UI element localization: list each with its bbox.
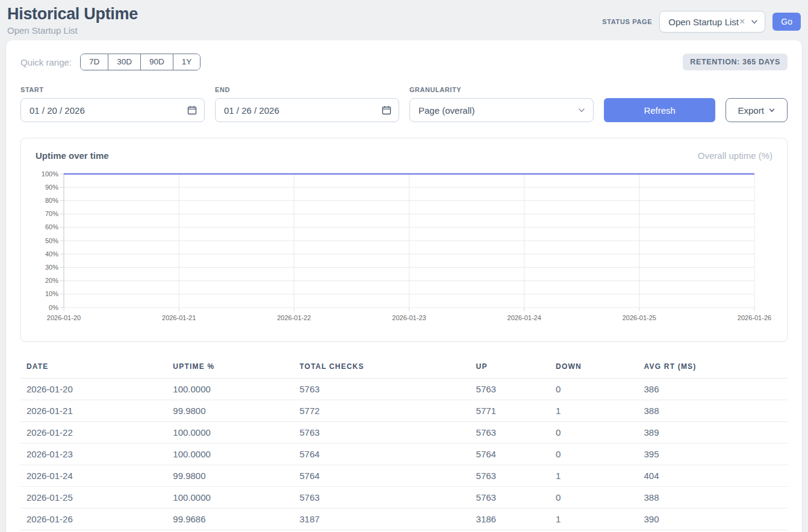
svg-text:80%: 80% bbox=[45, 197, 58, 204]
table-row: 2026-01-2499.9800576457631404 bbox=[20, 465, 788, 487]
page-title: Historical Uptime bbox=[7, 5, 138, 23]
start-date-value: 01 / 20 / 2026 bbox=[30, 105, 187, 116]
table-cell: 5772 bbox=[294, 400, 470, 422]
table-cell: 389 bbox=[638, 422, 788, 444]
svg-text:40%: 40% bbox=[45, 250, 58, 258]
table-cell: 99.9686 bbox=[167, 509, 293, 530]
export-button-label: Export bbox=[738, 105, 764, 116]
calendar-icon[interactable] bbox=[382, 105, 391, 115]
start-date-field: START 01 / 20 / 2026 bbox=[20, 86, 205, 122]
column-header: UPTIME % bbox=[167, 356, 293, 379]
column-header: DATE bbox=[20, 356, 167, 379]
column-header: DOWN bbox=[550, 356, 638, 379]
end-date-field: END 01 / 26 / 2026 bbox=[215, 86, 399, 122]
table-row: 2026-01-25100.0000576357630388 bbox=[20, 487, 788, 509]
chart-header: Uptime over time Overall uptime (%) bbox=[21, 138, 787, 169]
retention-badge: RETENTION: 365 DAYS bbox=[683, 54, 788, 70]
svg-text:2026-01-22: 2026-01-22 bbox=[277, 314, 311, 321]
end-date-input[interactable]: 01 / 26 / 2026 bbox=[215, 98, 399, 122]
chart-body: 0%10%20%30%40%50%60%70%80%90%100%2026-01… bbox=[21, 169, 787, 341]
table-cell: 1 bbox=[550, 465, 638, 487]
quick-range-1y-button[interactable]: 1Y bbox=[173, 54, 200, 70]
title-block: Historical Uptime Open Startup List bbox=[7, 5, 138, 36]
header-controls: STATUS PAGE Open Startup List × Go bbox=[602, 11, 801, 32]
table-cell: 404 bbox=[638, 465, 788, 487]
svg-text:2026-01-23: 2026-01-23 bbox=[392, 314, 426, 321]
end-date-value: 01 / 26 / 2026 bbox=[224, 105, 382, 116]
table-cell: 3187 bbox=[294, 509, 470, 530]
quick-range-30d-button[interactable]: 30D bbox=[108, 54, 140, 70]
table-cell: 390 bbox=[638, 509, 788, 530]
table-cell: 0 bbox=[550, 379, 638, 400]
table-row: 2026-01-2199.9800577257711388 bbox=[20, 400, 788, 422]
column-header: UP bbox=[470, 356, 550, 379]
page-header: Historical Uptime Open Startup List STAT… bbox=[0, 0, 808, 40]
calendar-icon[interactable] bbox=[187, 105, 197, 115]
table-cell: 5763 bbox=[470, 379, 550, 400]
chevron-down-icon bbox=[768, 107, 775, 114]
start-date-input[interactable]: 01 / 20 / 2026 bbox=[20, 98, 205, 122]
column-header: AVG RT (MS) bbox=[638, 356, 788, 379]
granularity-field: GRANULARITY Page (overall) bbox=[409, 86, 594, 122]
granularity-select[interactable]: Page (overall) bbox=[409, 98, 594, 122]
svg-text:10%: 10% bbox=[45, 290, 58, 297]
table-cell: 388 bbox=[638, 487, 788, 509]
table-cell: 5771 bbox=[470, 400, 550, 422]
table-row: 2026-01-22100.0000576357630389 bbox=[20, 422, 788, 444]
quick-range-90d-button[interactable]: 90D bbox=[140, 54, 173, 70]
svg-text:0%: 0% bbox=[49, 304, 58, 311]
svg-text:2026-01-20: 2026-01-20 bbox=[47, 314, 81, 321]
table-cell: 395 bbox=[638, 444, 788, 465]
status-page-value: Open Startup List bbox=[668, 17, 739, 27]
table-cell: 0 bbox=[550, 422, 638, 444]
uptime-table: DATEUPTIME %TOTAL CHECKSUPDOWNAVG RT (MS… bbox=[20, 356, 788, 530]
go-button[interactable]: Go bbox=[772, 13, 801, 31]
table-cell: 100.0000 bbox=[167, 444, 293, 465]
svg-text:70%: 70% bbox=[45, 210, 58, 217]
table-cell: 100.0000 bbox=[167, 487, 293, 509]
table-cell: 5764 bbox=[470, 444, 550, 465]
refresh-button[interactable]: Refresh bbox=[604, 98, 715, 122]
svg-text:90%: 90% bbox=[45, 184, 58, 191]
status-page-label: STATUS PAGE bbox=[602, 18, 652, 25]
table-row: 2026-01-23100.0000576457640395 bbox=[20, 444, 788, 465]
table-cell: 2026-01-24 bbox=[20, 465, 167, 487]
table-cell: 1 bbox=[550, 400, 638, 422]
svg-text:30%: 30% bbox=[45, 264, 58, 271]
svg-text:2026-01-26: 2026-01-26 bbox=[738, 314, 771, 321]
table-cell: 2026-01-22 bbox=[20, 422, 167, 444]
svg-text:100%: 100% bbox=[42, 170, 58, 178]
table-cell: 386 bbox=[638, 379, 788, 400]
table-cell: 5763 bbox=[294, 379, 470, 400]
export-button[interactable]: Export bbox=[726, 98, 788, 122]
start-date-label: START bbox=[20, 86, 205, 93]
granularity-label: GRANULARITY bbox=[409, 86, 594, 93]
table-cell: 5763 bbox=[470, 465, 550, 487]
chart-legend: Overall uptime (%) bbox=[698, 150, 772, 161]
chevron-down-icon bbox=[577, 106, 586, 114]
table-cell: 2026-01-26 bbox=[20, 509, 167, 530]
svg-text:2026-01-24: 2026-01-24 bbox=[508, 314, 541, 321]
table-cell: 0 bbox=[550, 444, 638, 465]
quick-range-row: Quick range: 7D 30D 90D 1Y RETENTION: 36… bbox=[20, 54, 788, 70]
status-page-select[interactable]: Open Startup List × bbox=[659, 11, 765, 32]
chart-title: Uptime over time bbox=[36, 150, 109, 161]
svg-text:50%: 50% bbox=[45, 237, 58, 244]
uptime-line-chart: 0%10%20%30%40%50%60%70%80%90%100%2026-01… bbox=[36, 169, 774, 329]
table-cell: 100.0000 bbox=[167, 422, 293, 444]
clear-selection-icon[interactable]: × bbox=[739, 17, 745, 26]
table-cell: 5763 bbox=[470, 422, 550, 444]
svg-text:2026-01-25: 2026-01-25 bbox=[623, 314, 656, 321]
main-card: Quick range: 7D 30D 90D 1Y RETENTION: 36… bbox=[6, 40, 802, 532]
quick-range-7d-button[interactable]: 7D bbox=[81, 54, 108, 70]
end-date-label: END bbox=[215, 86, 399, 93]
svg-text:60%: 60% bbox=[45, 223, 58, 230]
table-cell: 2026-01-20 bbox=[20, 379, 167, 400]
filters-row: START 01 / 20 / 2026 END 01 / 26 / 2026 … bbox=[20, 86, 788, 122]
page-subtitle: Open Startup List bbox=[7, 25, 138, 36]
table-cell: 0 bbox=[550, 487, 638, 509]
svg-text:20%: 20% bbox=[45, 277, 58, 284]
table-cell: 2026-01-21 bbox=[20, 400, 167, 422]
table-cell: 2026-01-23 bbox=[20, 444, 167, 465]
table-header: DATEUPTIME %TOTAL CHECKSUPDOWNAVG RT (MS… bbox=[20, 356, 788, 379]
